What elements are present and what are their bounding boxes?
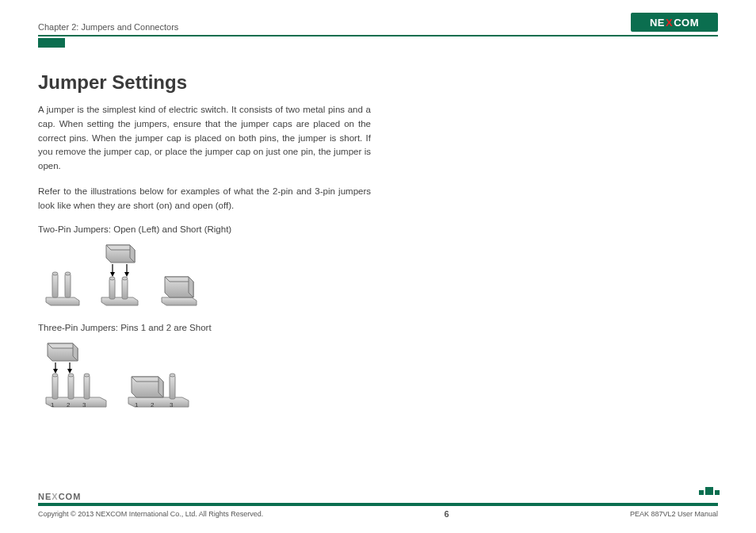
copyright-text: Copyright © 2013 NEXCOM International Co… xyxy=(38,510,263,518)
section-heading: Jumper Settings xyxy=(38,71,371,94)
svg-point-14 xyxy=(109,277,115,280)
logo-x-icon: X xyxy=(666,17,673,29)
svg-marker-0 xyxy=(46,297,79,305)
two-pin-caption: Two-Pin Jumpers: Open (Left) and Short (… xyxy=(38,224,371,234)
paragraph-2: Refer to the illustrations below for exa… xyxy=(38,185,371,213)
svg-rect-3 xyxy=(65,274,71,297)
header-accent-block xyxy=(38,38,65,48)
pin2-label-b: 2 xyxy=(151,401,154,408)
header-divider xyxy=(38,35,718,36)
svg-marker-12 xyxy=(101,297,138,305)
svg-rect-13 xyxy=(109,278,115,299)
svg-point-34 xyxy=(84,374,90,377)
logo-part-2: COM xyxy=(674,17,699,29)
svg-point-16 xyxy=(122,277,128,280)
footer-decoration-icon xyxy=(697,487,720,495)
two-pin-short-icon xyxy=(157,263,200,307)
page-footer: NE X COM Copyright © 2013 NEXCOM Interna… xyxy=(38,492,718,519)
svg-marker-25 xyxy=(53,369,58,374)
pin2-label: 2 xyxy=(67,401,70,408)
footer-divider xyxy=(38,503,718,506)
svg-marker-9 xyxy=(110,272,115,277)
two-pin-cap-placing-icon xyxy=(95,242,143,307)
pin3-label: 3 xyxy=(82,401,86,408)
pin1-label-b: 1 xyxy=(135,401,138,408)
main-content: Jumper Settings A jumper is the simplest… xyxy=(38,71,371,424)
three-pin-illustration: 1 2 3 1 2 3 xyxy=(38,340,371,408)
footer-logo-x-icon: X xyxy=(52,492,58,501)
svg-point-4 xyxy=(65,272,71,275)
footer-row: Copyright © 2013 NEXCOM International Co… xyxy=(38,508,718,519)
chapter-title: Chapter 2: Jumpers and Connectors xyxy=(38,22,178,32)
pin1-label: 1 xyxy=(51,401,54,408)
paragraph-1: A jumper is the simplest kind of electri… xyxy=(38,103,371,174)
logo-part-1: NE xyxy=(650,17,665,29)
three-pin-short-icon: 1 2 3 xyxy=(125,364,193,408)
svg-marker-27 xyxy=(67,369,72,374)
svg-marker-17 xyxy=(162,297,197,305)
footer-logo-part2: COM xyxy=(59,492,82,501)
three-pin-caption: Three-Pin Jumpers: Pins 1 and 2 are Shor… xyxy=(38,323,371,332)
svg-point-32 xyxy=(68,374,74,377)
svg-point-40 xyxy=(170,374,175,377)
svg-point-2 xyxy=(52,272,58,275)
page-header: Chapter 2: Jumpers and Connectors NE X C… xyxy=(38,14,718,32)
svg-rect-39 xyxy=(170,375,175,399)
two-pin-open-icon xyxy=(43,263,81,307)
svg-point-30 xyxy=(52,374,58,377)
page-number: 6 xyxy=(445,509,449,519)
svg-rect-1 xyxy=(52,274,58,297)
nexcom-logo-footer: NE X COM xyxy=(38,492,718,501)
svg-rect-33 xyxy=(84,375,90,399)
nexcom-logo-top: NE X COM xyxy=(631,13,718,32)
svg-rect-29 xyxy=(52,375,58,399)
pin3-label-b: 3 xyxy=(170,401,173,408)
two-pin-illustration xyxy=(38,242,371,307)
svg-rect-15 xyxy=(122,278,128,299)
three-pin-open-icon: 1 2 3 xyxy=(43,340,111,408)
footer-logo-part1: NE xyxy=(38,492,52,501)
svg-rect-31 xyxy=(68,375,74,399)
manual-title: PEAK 887VL2 User Manual xyxy=(630,510,718,518)
svg-marker-11 xyxy=(124,272,129,277)
